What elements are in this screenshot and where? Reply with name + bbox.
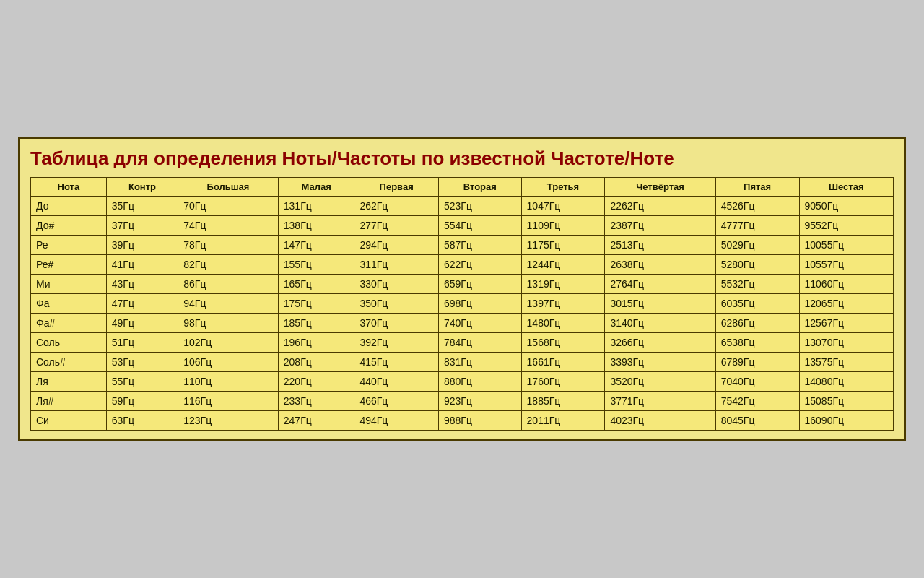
cell-r6-c3: 185Гц — [278, 314, 354, 333]
table-row: До35Гц70Гц131Гц262Гц523Гц1047Гц2262Гц452… — [31, 197, 894, 216]
cell-r2-c4: 294Гц — [354, 236, 439, 255]
cell-r3-c0: Ре# — [31, 255, 107, 275]
cell-r9-c5: 880Гц — [438, 372, 521, 392]
frequency-table: НотаКонтрБольшаяМалаяПерваяВтораяТретьяЧ… — [30, 177, 894, 431]
cell-r0-c2: 70Гц — [178, 197, 279, 216]
cell-r3-c1: 41Гц — [106, 255, 178, 275]
cell-r10-c3: 233Гц — [278, 392, 354, 411]
col-header-9: Шестая — [799, 178, 894, 197]
cell-r1-c1: 37Гц — [106, 216, 178, 236]
cell-r0-c8: 4526Гц — [715, 197, 799, 216]
cell-r2-c5: 587Гц — [438, 236, 521, 255]
cell-r2-c2: 78Гц — [178, 236, 279, 255]
cell-r5-c1: 47Гц — [106, 294, 178, 314]
cell-r4-c9: 11060Гц — [799, 275, 894, 294]
cell-r1-c2: 74Гц — [178, 216, 279, 236]
cell-r10-c5: 923Гц — [438, 392, 521, 411]
table-body: До35Гц70Гц131Гц262Гц523Гц1047Гц2262Гц452… — [31, 197, 894, 431]
cell-r3-c3: 155Гц — [278, 255, 354, 275]
cell-r5-c8: 6035Гц — [715, 294, 799, 314]
cell-r11-c3: 247Гц — [278, 411, 354, 431]
cell-r5-c9: 12065Гц — [799, 294, 894, 314]
cell-r9-c4: 440Гц — [354, 372, 439, 392]
cell-r6-c4: 370Гц — [354, 314, 439, 333]
cell-r5-c0: Фа — [31, 294, 107, 314]
cell-r2-c6: 1175Гц — [521, 236, 605, 255]
cell-r11-c7: 4023Гц — [605, 411, 715, 431]
cell-r4-c6: 1319Гц — [521, 275, 605, 294]
cell-r10-c1: 59Гц — [106, 392, 178, 411]
cell-r6-c2: 98Гц — [178, 314, 279, 333]
cell-r0-c6: 1047Гц — [521, 197, 605, 216]
page-title: Таблица для определения Ноты/Частоты по … — [30, 147, 894, 170]
cell-r11-c2: 123Гц — [178, 411, 279, 431]
cell-r8-c9: 13575Гц — [799, 353, 894, 372]
cell-r0-c4: 262Гц — [354, 197, 439, 216]
cell-r9-c0: Ля — [31, 372, 107, 392]
cell-r10-c2: 116Гц — [178, 392, 279, 411]
cell-r1-c7: 2387Гц — [605, 216, 715, 236]
cell-r2-c1: 39Гц — [106, 236, 178, 255]
cell-r5-c3: 175Гц — [278, 294, 354, 314]
cell-r0-c5: 523Гц — [438, 197, 521, 216]
cell-r7-c9: 13070Гц — [799, 333, 894, 353]
cell-r2-c8: 5029Гц — [715, 236, 799, 255]
cell-r8-c1: 53Гц — [106, 353, 178, 372]
cell-r7-c5: 784Гц — [438, 333, 521, 353]
cell-r1-c6: 1109Гц — [521, 216, 605, 236]
cell-r6-c7: 3140Гц — [605, 314, 715, 333]
cell-r4-c1: 43Гц — [106, 275, 178, 294]
cell-r7-c0: Соль — [31, 333, 107, 353]
cell-r4-c4: 330Гц — [354, 275, 439, 294]
cell-r9-c8: 7040Гц — [715, 372, 799, 392]
cell-r7-c7: 3266Гц — [605, 333, 715, 353]
col-header-8: Пятая — [715, 178, 799, 197]
cell-r3-c4: 311Гц — [354, 255, 439, 275]
cell-r4-c0: Ми — [31, 275, 107, 294]
cell-r11-c1: 63Гц — [106, 411, 178, 431]
cell-r11-c4: 494Гц — [354, 411, 439, 431]
cell-r4-c3: 165Гц — [278, 275, 354, 294]
cell-r11-c8: 8045Гц — [715, 411, 799, 431]
cell-r4-c2: 86Гц — [178, 275, 279, 294]
col-header-4: Первая — [354, 178, 439, 197]
cell-r4-c5: 659Гц — [438, 275, 521, 294]
cell-r2-c7: 2513Гц — [605, 236, 715, 255]
cell-r6-c1: 49Гц — [106, 314, 178, 333]
cell-r9-c6: 1760Гц — [521, 372, 605, 392]
cell-r0-c7: 2262Гц — [605, 197, 715, 216]
cell-r3-c8: 5280Гц — [715, 255, 799, 275]
cell-r3-c2: 82Гц — [178, 255, 279, 275]
cell-r7-c8: 6538Гц — [715, 333, 799, 353]
cell-r5-c2: 94Гц — [178, 294, 279, 314]
cell-r7-c6: 1568Гц — [521, 333, 605, 353]
cell-r10-c6: 1885Гц — [521, 392, 605, 411]
table-header-row: НотаКонтрБольшаяМалаяПерваяВтораяТретьяЧ… — [31, 178, 894, 197]
cell-r7-c1: 51Гц — [106, 333, 178, 353]
cell-r9-c7: 3520Гц — [605, 372, 715, 392]
cell-r3-c6: 1244Гц — [521, 255, 605, 275]
cell-r3-c9: 10557Гц — [799, 255, 894, 275]
cell-r7-c3: 196Гц — [278, 333, 354, 353]
col-header-6: Третья — [521, 178, 605, 197]
cell-r1-c4: 277Гц — [354, 216, 439, 236]
cell-r9-c1: 55Гц — [106, 372, 178, 392]
cell-r1-c0: До# — [31, 216, 107, 236]
cell-r0-c3: 131Гц — [278, 197, 354, 216]
cell-r7-c2: 102Гц — [178, 333, 279, 353]
table-row: Ми43Гц86Гц165Гц330Гц659Гц1319Гц2764Гц553… — [31, 275, 894, 294]
table-row: Ре#41Гц82Гц155Гц311Гц622Гц1244Гц2638Гц52… — [31, 255, 894, 275]
table-row: Ля#59Гц116Гц233Гц466Гц923Гц1885Гц3771Гц7… — [31, 392, 894, 411]
col-header-3: Малая — [278, 178, 354, 197]
cell-r5-c7: 3015Гц — [605, 294, 715, 314]
cell-r6-c9: 12567Гц — [799, 314, 894, 333]
cell-r5-c6: 1397Гц — [521, 294, 605, 314]
cell-r8-c8: 6789Гц — [715, 353, 799, 372]
cell-r11-c9: 16090Гц — [799, 411, 894, 431]
cell-r10-c9: 15085Гц — [799, 392, 894, 411]
cell-r8-c6: 1661Гц — [521, 353, 605, 372]
cell-r9-c3: 220Гц — [278, 372, 354, 392]
cell-r8-c7: 3393Гц — [605, 353, 715, 372]
cell-r9-c9: 14080Гц — [799, 372, 894, 392]
cell-r6-c0: Фа# — [31, 314, 107, 333]
